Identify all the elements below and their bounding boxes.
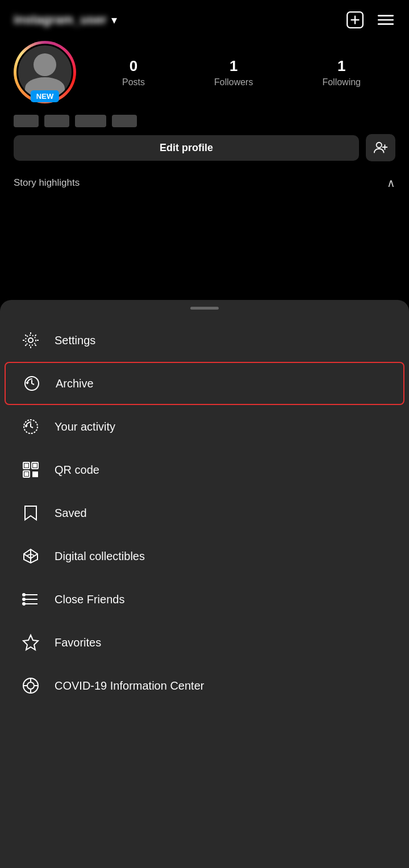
favorites-label: Favorites bbox=[55, 636, 101, 649]
story-dot-1 bbox=[14, 115, 39, 127]
menu-item-close-friends[interactable]: Close Friends bbox=[0, 578, 409, 621]
close-friends-icon bbox=[20, 589, 41, 610]
svg-rect-21 bbox=[33, 475, 35, 477]
story-dot-3 bbox=[75, 115, 106, 127]
posts-count: 0 bbox=[130, 57, 137, 75]
username-area[interactable]: instagram_user ▾ bbox=[14, 12, 117, 27]
menu-item-saved[interactable]: Saved bbox=[0, 491, 409, 535]
following-label: Following bbox=[322, 77, 361, 87]
edit-profile-button[interactable]: Edit profile bbox=[14, 135, 359, 161]
saved-icon bbox=[20, 503, 41, 523]
svg-marker-29 bbox=[23, 635, 38, 650]
svg-rect-17 bbox=[34, 464, 36, 467]
menu-item-archive[interactable]: Archive bbox=[5, 362, 404, 405]
svg-point-6 bbox=[377, 143, 382, 148]
top-icons bbox=[345, 10, 395, 30]
hamburger-menu-button[interactable] bbox=[376, 10, 395, 30]
stat-followers[interactable]: 1 Followers bbox=[214, 57, 253, 87]
stat-following[interactable]: 1 Following bbox=[322, 57, 361, 87]
avatar-head bbox=[34, 53, 56, 76]
story-dot-2 bbox=[44, 115, 69, 127]
add-person-button[interactable] bbox=[366, 134, 395, 161]
covid-label: COVID-19 Information Center bbox=[55, 679, 204, 692]
menu-item-qr-code[interactable]: QR code bbox=[0, 448, 409, 491]
svg-point-10 bbox=[26, 335, 36, 345]
add-post-button[interactable] bbox=[345, 10, 365, 30]
svg-point-9 bbox=[28, 338, 33, 343]
chevron-down-icon: ▾ bbox=[111, 13, 117, 27]
archive-label: Archive bbox=[56, 377, 94, 390]
username-text: instagram_user bbox=[14, 12, 107, 27]
top-bar: instagram_user ▾ bbox=[0, 0, 409, 35]
chevron-up-icon: ∧ bbox=[387, 176, 395, 190]
saved-label: Saved bbox=[55, 507, 87, 520]
followers-count: 1 bbox=[229, 57, 237, 75]
your-activity-label: Your activity bbox=[55, 420, 115, 433]
covid-icon bbox=[20, 675, 41, 696]
new-story-badge: NEW bbox=[31, 90, 59, 102]
following-count: 1 bbox=[337, 57, 345, 75]
svg-rect-18 bbox=[25, 473, 28, 475]
svg-point-27 bbox=[23, 598, 25, 600]
qr-code-label: QR code bbox=[55, 464, 99, 477]
svg-point-31 bbox=[27, 682, 34, 689]
menu-item-your-activity[interactable]: Your activity bbox=[0, 405, 409, 448]
story-highlights-label: Story highlights bbox=[14, 177, 80, 189]
drawer-handle bbox=[190, 307, 219, 310]
menu-list: Settings Archive bbox=[0, 314, 409, 712]
buttons-row: Edit profile bbox=[14, 134, 395, 161]
collectibles-icon bbox=[20, 546, 41, 566]
close-friends-label: Close Friends bbox=[55, 593, 124, 606]
svg-rect-20 bbox=[36, 472, 37, 474]
followers-label: Followers bbox=[214, 77, 253, 87]
story-dots bbox=[14, 112, 395, 134]
archive-icon bbox=[22, 373, 42, 394]
story-highlights[interactable]: Story highlights ∧ bbox=[14, 170, 395, 193]
activity-icon bbox=[20, 416, 41, 437]
favorites-icon bbox=[20, 632, 41, 653]
settings-label: Settings bbox=[55, 334, 95, 347]
drawer: Settings Archive bbox=[0, 300, 409, 868]
avatar-container[interactable]: NEW bbox=[14, 41, 76, 103]
digital-collectibles-label: Digital collectibles bbox=[55, 550, 145, 563]
menu-item-digital-collectibles[interactable]: Digital collectibles bbox=[0, 535, 409, 578]
svg-point-28 bbox=[23, 603, 25, 605]
stat-posts[interactable]: 0 Posts bbox=[122, 57, 145, 87]
menu-item-covid[interactable]: COVID-19 Information Center bbox=[0, 664, 409, 707]
profile-row: NEW 0 Posts 1 Followers 1 Following bbox=[14, 41, 395, 103]
profile-section: NEW 0 Posts 1 Followers 1 Following Edit… bbox=[0, 35, 409, 193]
menu-item-settings[interactable]: Settings bbox=[0, 319, 409, 362]
qr-code-icon bbox=[20, 460, 41, 480]
story-dot-4 bbox=[112, 115, 137, 127]
svg-rect-22 bbox=[36, 475, 37, 477]
settings-icon bbox=[20, 330, 41, 350]
stats-row: 0 Posts 1 Followers 1 Following bbox=[87, 57, 395, 87]
svg-point-26 bbox=[23, 594, 25, 596]
posts-label: Posts bbox=[122, 77, 145, 87]
svg-rect-19 bbox=[33, 472, 35, 474]
svg-rect-16 bbox=[25, 464, 28, 467]
menu-item-favorites[interactable]: Favorites bbox=[0, 621, 409, 664]
